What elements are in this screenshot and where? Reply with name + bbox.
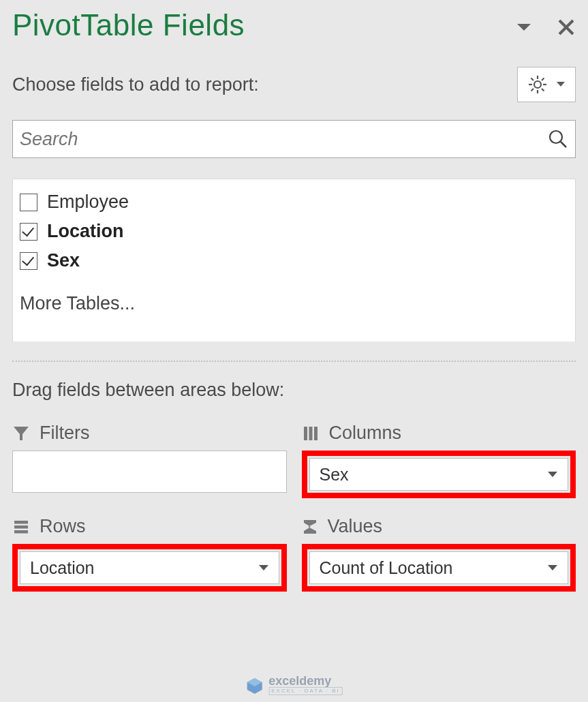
chevron-down-icon bbox=[547, 471, 558, 478]
area-title: Values bbox=[328, 516, 383, 537]
svg-marker-24 bbox=[548, 565, 557, 570]
field-label: Sex bbox=[47, 250, 80, 271]
choose-fields-label: Choose fields to add to report: bbox=[12, 74, 259, 95]
svg-rect-21 bbox=[14, 525, 28, 529]
filters-area: Filters bbox=[12, 423, 287, 498]
dropzone-value: Sex bbox=[320, 465, 349, 485]
area-title: Columns bbox=[329, 423, 402, 444]
watermark: exceldemy EXCEL · DATA · BI bbox=[245, 675, 343, 695]
filter-icon bbox=[12, 425, 30, 442]
svg-rect-20 bbox=[14, 521, 28, 524]
checkbox-employee[interactable] bbox=[20, 194, 37, 211]
filters-header: Filters bbox=[12, 423, 287, 444]
watermark-logo-icon bbox=[245, 676, 263, 694]
field-list: Employee Location Sex More Tables... bbox=[12, 179, 576, 341]
task-pane-options-dropdown[interactable] bbox=[516, 22, 532, 32]
watermark-subtext: EXCEL · DATA · BI bbox=[268, 687, 343, 695]
close-icon[interactable] bbox=[557, 18, 576, 37]
rows-area: Rows Location bbox=[12, 516, 287, 592]
search-input[interactable] bbox=[20, 129, 548, 150]
columns-area: Columns Sex bbox=[302, 423, 576, 498]
field-row-employee[interactable]: Employee bbox=[20, 187, 568, 217]
pivottable-fields-pane: PivotTable Fields Choose fields to add t… bbox=[0, 0, 588, 592]
svg-line-14 bbox=[561, 142, 566, 147]
area-title: Filters bbox=[40, 423, 90, 444]
svg-line-8 bbox=[531, 78, 534, 81]
header-row: PivotTable Fields bbox=[12, 8, 576, 42]
rows-header: Rows bbox=[12, 516, 287, 537]
values-header: Values bbox=[302, 516, 576, 537]
field-label: Location bbox=[47, 221, 124, 242]
svg-line-11 bbox=[531, 89, 534, 91]
svg-marker-0 bbox=[517, 24, 531, 31]
gear-icon bbox=[527, 74, 548, 95]
svg-marker-19 bbox=[548, 472, 557, 477]
chevron-down-icon bbox=[556, 81, 566, 88]
tools-button[interactable] bbox=[517, 67, 576, 102]
rows-icon bbox=[12, 518, 30, 536]
checkbox-sex[interactable] bbox=[20, 252, 37, 270]
svg-rect-22 bbox=[14, 530, 28, 534]
area-title: Rows bbox=[40, 516, 86, 537]
svg-rect-16 bbox=[304, 427, 307, 440]
header-controls bbox=[516, 18, 576, 37]
highlight-box: Count of Location bbox=[302, 544, 576, 592]
more-tables-link[interactable]: More Tables... bbox=[20, 293, 568, 314]
highlight-box: Location bbox=[12, 544, 287, 592]
dropzone-value: Count of Location bbox=[320, 558, 453, 578]
highlight-box: Sex bbox=[302, 451, 576, 498]
drag-instructions: Drag fields between areas below: bbox=[12, 380, 576, 401]
field-row-location[interactable]: Location bbox=[20, 217, 568, 246]
areas-grid: Filters Columns Sex bbox=[12, 423, 576, 592]
watermark-text: exceldemy bbox=[268, 675, 343, 687]
sigma-icon bbox=[302, 518, 318, 536]
chevron-down-icon bbox=[547, 564, 558, 572]
checkbox-location[interactable] bbox=[20, 223, 37, 241]
search-icon bbox=[548, 129, 568, 149]
columns-header: Columns bbox=[302, 423, 576, 444]
values-area: Values Count of Location bbox=[302, 516, 576, 592]
svg-marker-23 bbox=[259, 565, 268, 570]
chevron-down-icon bbox=[258, 564, 269, 572]
svg-marker-12 bbox=[557, 82, 565, 87]
subtitle-row: Choose fields to add to report: bbox=[12, 67, 576, 102]
rows-dropzone[interactable]: Location bbox=[20, 551, 279, 584]
panel-title: PivotTable Fields bbox=[12, 8, 245, 42]
columns-icon bbox=[302, 425, 320, 442]
field-label: Employee bbox=[47, 192, 129, 213]
field-row-sex[interactable]: Sex bbox=[20, 246, 568, 275]
svg-marker-15 bbox=[14, 427, 29, 440]
svg-point-13 bbox=[550, 131, 562, 143]
svg-line-10 bbox=[542, 78, 544, 81]
svg-point-3 bbox=[534, 81, 541, 88]
filters-dropzone[interactable] bbox=[12, 451, 287, 493]
svg-line-9 bbox=[542, 89, 544, 91]
svg-rect-17 bbox=[309, 427, 312, 440]
divider bbox=[12, 361, 576, 362]
values-dropzone[interactable]: Count of Location bbox=[309, 551, 569, 584]
svg-rect-18 bbox=[314, 427, 318, 440]
columns-dropzone[interactable]: Sex bbox=[309, 458, 569, 491]
search-box[interactable] bbox=[12, 120, 576, 158]
dropzone-value: Location bbox=[30, 558, 95, 578]
